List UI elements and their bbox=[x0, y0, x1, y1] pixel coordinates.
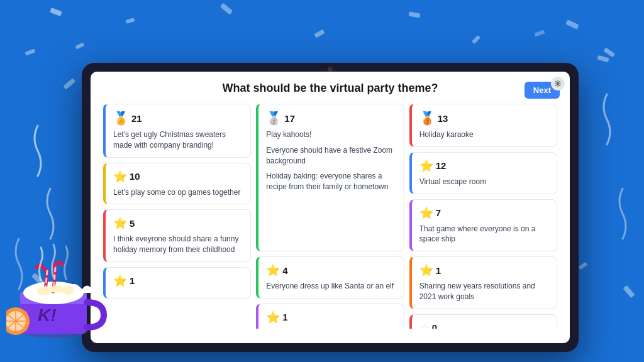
column-2: 🥉 13 Holiday karaoke ⭐ 12 Virtual escape… bbox=[409, 104, 557, 329]
tablet-camera bbox=[328, 67, 333, 72]
mug-illustration: K! bbox=[6, 224, 107, 349]
settings-button[interactable] bbox=[551, 77, 565, 90]
card-4-count: 10 bbox=[130, 171, 140, 182]
star-icon-9: ⭐ bbox=[419, 263, 433, 277]
card-7-header: ⭐ 7 bbox=[419, 206, 549, 220]
card-10-header: ⭐ 1 bbox=[113, 274, 243, 288]
tablet-screen: What should be the virtual party theme? … bbox=[91, 72, 570, 343]
card-10: ⭐ 1 bbox=[103, 267, 251, 299]
column-1: 🥈 17 Play kahoots! Everyone should have … bbox=[256, 104, 404, 329]
card-8-count: 4 bbox=[282, 265, 287, 276]
card-7-count: 7 bbox=[436, 207, 441, 218]
card-6: ⭐ 5 I think eveyrone should share a funn… bbox=[103, 209, 251, 262]
card-5: ⭐ 12 Virtual escape room bbox=[409, 152, 557, 194]
card-5-header: ⭐ 12 bbox=[419, 159, 549, 173]
card-2-text-2: Everyone should have a festive Zoom back… bbox=[266, 145, 396, 167]
svg-rect-5 bbox=[534, 30, 545, 36]
card-5-count: 12 bbox=[436, 160, 447, 171]
card-8-text: Everyone dress up like Santa or an elf bbox=[266, 281, 396, 292]
gold-medal-icon: 🏅 bbox=[113, 111, 129, 126]
svg-point-17 bbox=[62, 286, 74, 295]
card-9-count: 1 bbox=[436, 265, 441, 276]
card-12-count: 0 bbox=[432, 322, 437, 329]
card-1: 🏅 21 Let's get ugly Christmas sweaters m… bbox=[103, 104, 251, 158]
card-8-header: ⭐ 4 bbox=[266, 263, 396, 277]
card-6-header: ⭐ 5 bbox=[113, 216, 243, 230]
card-4-text: Let's play some co op games together bbox=[113, 187, 243, 198]
star-icon-5: ⭐ bbox=[419, 159, 433, 173]
card-1-count: 21 bbox=[131, 113, 142, 124]
card-2-count: 17 bbox=[284, 113, 295, 124]
svg-point-16 bbox=[50, 285, 64, 293]
card-7-text: That game where everyone is on a space s… bbox=[419, 224, 549, 245]
card-12-header: ☆ 0 bbox=[419, 321, 549, 329]
svg-rect-4 bbox=[603, 47, 615, 57]
card-5-text: Virtual escape room bbox=[419, 177, 549, 187]
screen-content: What should be the virtual party theme? … bbox=[91, 72, 570, 343]
svg-rect-3 bbox=[63, 78, 75, 89]
star-icon-7: ⭐ bbox=[419, 206, 433, 220]
cards-container: 🏅 21 Let's get ugly Christmas sweaters m… bbox=[103, 104, 557, 329]
mug-svg: K! bbox=[6, 224, 107, 356]
card-11-text: Cozy drinks, like hot chocolate bbox=[266, 328, 396, 329]
card-4-header: ⭐ 10 bbox=[113, 170, 243, 184]
card-8: ⭐ 4 Everyone dress up like Santa or an e… bbox=[256, 256, 404, 299]
card-10-count: 1 bbox=[130, 275, 135, 286]
card-2-text-1: Play kahoots! bbox=[266, 129, 396, 140]
card-11-header: ⭐ 1 bbox=[266, 310, 396, 324]
card-3-text: Holiday karaoke bbox=[419, 129, 549, 140]
card-2-header: 🥈 17 bbox=[266, 111, 396, 126]
bronze-medal-icon: 🥉 bbox=[419, 111, 435, 126]
svg-text:K!: K! bbox=[38, 305, 57, 325]
silver-medal-icon: 🥈 bbox=[266, 111, 282, 126]
card-2-text-3: Holiday baking: everyone shares a recipe… bbox=[266, 171, 396, 192]
card-9-header: ⭐ 1 bbox=[419, 263, 549, 277]
card-3-header: 🥉 13 bbox=[419, 111, 549, 126]
card-3: 🥉 13 Holiday karaoke bbox=[409, 104, 557, 147]
svg-point-15 bbox=[36, 287, 52, 295]
card-9: ⭐ 1 Sharing new years resolutions and 20… bbox=[409, 256, 557, 309]
card-12: ☆ 0 bbox=[409, 314, 557, 329]
card-6-count: 5 bbox=[130, 218, 135, 229]
card-4: ⭐ 10 Let's play some co op games togethe… bbox=[103, 163, 251, 205]
card-11: ⭐ 1 Cozy drinks, like hot chocolate bbox=[256, 304, 404, 329]
gear-icon bbox=[554, 80, 562, 87]
question-title: What should be the virtual party theme? bbox=[103, 82, 557, 95]
card-3-count: 13 bbox=[438, 113, 448, 124]
svg-point-6 bbox=[557, 82, 559, 85]
star-icon-11: ⭐ bbox=[266, 310, 280, 324]
card-6-text: I think eveyrone should share a funny ho… bbox=[113, 234, 243, 255]
star-icon-6: ⭐ bbox=[113, 216, 127, 230]
card-1-header: 🏅 21 bbox=[113, 111, 243, 126]
card-7: ⭐ 7 That game where everyone is on a spa… bbox=[409, 199, 557, 252]
card-9-text: Sharing new years resolutions and 2021 w… bbox=[419, 281, 549, 302]
tablet-frame: What should be the virtual party theme? … bbox=[82, 63, 579, 352]
star-icon-gray-12: ☆ bbox=[419, 321, 430, 329]
column-0: 🏅 21 Let's get ugly Christmas sweaters m… bbox=[103, 104, 251, 329]
card-11-count: 1 bbox=[282, 312, 287, 322]
star-icon-8: ⭐ bbox=[266, 263, 280, 277]
card-1-text: Let's get ugly Christmas sweaters made w… bbox=[113, 129, 243, 151]
card-2: 🥈 17 Play kahoots! Everyone should have … bbox=[256, 104, 404, 251]
star-icon-4: ⭐ bbox=[113, 170, 127, 184]
star-icon-10: ⭐ bbox=[113, 274, 127, 288]
